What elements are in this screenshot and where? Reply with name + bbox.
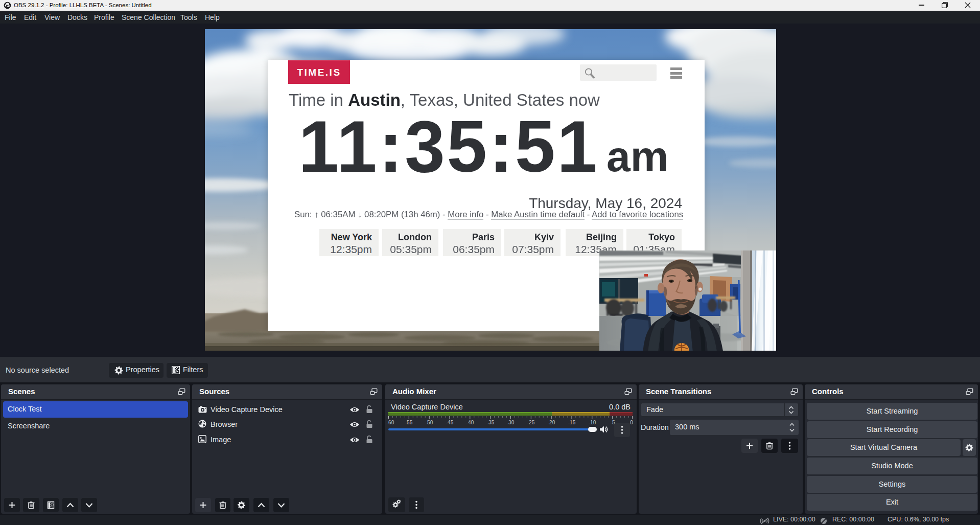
- svg-text:-35: -35: [487, 420, 495, 425]
- svg-text:-55: -55: [405, 420, 413, 425]
- svg-text:-50: -50: [426, 420, 433, 425]
- svg-text:0: 0: [630, 420, 633, 425]
- svg-text:-20: -20: [548, 420, 555, 425]
- svg-text:-40: -40: [466, 420, 474, 425]
- svg-text:-10: -10: [589, 420, 596, 425]
- svg-text:-60: -60: [387, 420, 394, 425]
- svg-text:-15: -15: [568, 420, 576, 425]
- svg-text:-45: -45: [446, 420, 454, 425]
- svg-text:-30: -30: [507, 420, 515, 425]
- svg-text:-25: -25: [527, 420, 535, 425]
